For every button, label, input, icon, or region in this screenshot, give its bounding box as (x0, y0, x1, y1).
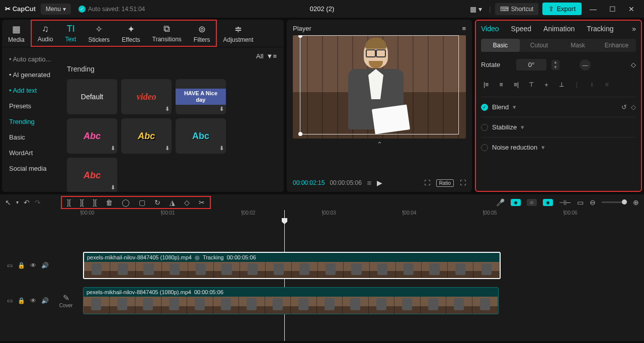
frame-icon[interactable]: ▢ (139, 198, 145, 207)
magnet-toggle-2[interactable]: ⊘ (527, 199, 537, 206)
align-bottom-icon[interactable]: ⊥ (556, 80, 567, 90)
link-icon[interactable]: ⊣⊢ (559, 198, 571, 207)
download-icon[interactable]: ⬇ (111, 145, 115, 152)
magnet-toggle-1[interactable]: ◉ (511, 199, 521, 206)
timeline[interactable]: |00:00|00:01|00:02|00:03|00:04|00:05|00:… (0, 210, 644, 341)
chevron-down-icon[interactable]: ▾ (541, 144, 545, 151)
magnet-toggle-3[interactable]: ◉ (543, 199, 553, 206)
sidebar-item-4[interactable]: Trending (2, 114, 60, 129)
align-vcenter-icon[interactable]: ＋ (541, 80, 551, 90)
fullscreen-icon[interactable]: ⛶ (460, 179, 466, 186)
text-preset-5[interactable]: Abc⬇ (176, 118, 226, 154)
text-preset-3[interactable]: Abc⬇ (67, 118, 117, 154)
sidebar-item-1[interactable]: • AI generated (2, 67, 60, 83)
download-icon[interactable]: ⬇ (219, 106, 224, 112)
cover-button[interactable]: ✎Cover (57, 293, 75, 308)
close-button[interactable]: ✕ (624, 2, 639, 17)
align-left-icon[interactable]: |≡ (481, 80, 491, 90)
distribute-h-icon[interactable]: ⦀ (587, 80, 597, 90)
more-tabs-icon[interactable]: » (632, 25, 636, 33)
keyframe-diamond-icon[interactable]: ◇ (631, 103, 636, 111)
split-right-icon[interactable]: ]​[ (93, 198, 97, 207)
download-icon[interactable]: ⬇ (219, 145, 224, 152)
keyframe-diamond-icon[interactable]: ◇ (631, 61, 636, 68)
tab-filters[interactable]: ⊚Filters (188, 21, 216, 46)
sidebar-item-3[interactable]: Presets (2, 98, 60, 114)
tab-animation[interactable]: Animation (543, 25, 575, 33)
subtab-cutout[interactable]: Cutout (520, 39, 558, 52)
clip-1[interactable]: pexels-mikhail-nilov-8847405 (1080p).mp4… (83, 252, 501, 279)
clip-2[interactable]: pexels-mikhail-nilov-8847405 (1080p).mp4… (83, 287, 499, 314)
player-menu-icon[interactable]: ≡ (462, 25, 466, 32)
ratio-button[interactable]: Ratio (436, 179, 454, 187)
collapse-icon[interactable]: ⌃ (293, 141, 466, 148)
rotate-tool-icon[interactable]: ◇ (184, 198, 190, 207)
distribute-v-icon[interactable]: ≡ (602, 80, 612, 90)
tab-speed[interactable]: Speed (511, 25, 531, 33)
pointer-tool-icon[interactable]: ↖ (5, 198, 11, 207)
maximize-button[interactable]: ☐ (605, 2, 620, 17)
lock-icon[interactable]: 🔒 (18, 262, 25, 269)
reset-icon[interactable]: ↺ (621, 103, 627, 111)
redo-icon[interactable]: ↷ (35, 198, 41, 207)
download-icon[interactable]: ⬇ (111, 184, 115, 191)
tab-text[interactable]: TIText (59, 21, 82, 46)
filter-all[interactable]: All (256, 52, 263, 60)
subtab-mask[interactable]: Mask (558, 39, 597, 52)
rotate-input[interactable] (516, 59, 546, 71)
ruler[interactable]: |00:00|00:01|00:02|00:03|00:04|00:05|00:… (80, 210, 644, 220)
zoom-slider[interactable] (602, 201, 627, 203)
text-preset-0[interactable]: Default (67, 79, 117, 114)
lock-icon[interactable]: 🔒 (18, 297, 25, 304)
eye-icon[interactable]: 👁 (30, 297, 36, 304)
mic-icon[interactable]: 🎤 (496, 198, 505, 207)
tab-stickers[interactable]: ✧Stickers (82, 21, 116, 46)
filter-icon[interactable]: ▼≡ (267, 52, 277, 60)
align-hcenter-icon[interactable]: ≡ (496, 80, 506, 90)
delete-icon[interactable]: 🗑 (106, 198, 113, 207)
list-icon[interactable]: ≣ (367, 179, 372, 186)
rotate-reset-icon[interactable]: — (580, 59, 591, 71)
zoom-in-icon[interactable]: ⊕ (633, 198, 639, 207)
preview-icon[interactable]: ▭ (577, 198, 584, 207)
split-icon[interactable]: ]​[ (67, 198, 71, 207)
tab-audio[interactable]: ♫Audio (32, 21, 59, 46)
subtab-basic[interactable]: Basic (481, 39, 520, 52)
zoom-out-icon[interactable]: ⊖ (590, 198, 596, 207)
tab-video[interactable]: Video (481, 25, 499, 33)
text-preset-2[interactable]: HAVE A Nice day⬇ (176, 79, 226, 114)
menu-button[interactable]: Menu ▾ (41, 4, 71, 15)
tool-dropdown-icon[interactable]: ▾ (16, 199, 19, 205)
export-button[interactable]: ⇧Export (542, 3, 582, 15)
shield-icon[interactable]: ◯ (122, 198, 130, 207)
text-preset-1[interactable]: video⬇ (121, 79, 172, 114)
speaker-icon[interactable]: 🔊 (41, 262, 49, 269)
tab-adjustment[interactable]: ≑Adjustment (217, 20, 259, 47)
crop-icon[interactable]: ✂ (199, 198, 205, 207)
eye-icon[interactable]: 👁 (30, 262, 36, 269)
subtab-enhance[interactable]: Enhance (597, 39, 636, 52)
tab-effects[interactable]: ✦Effects (116, 21, 146, 46)
download-icon[interactable]: ⬇ (165, 106, 170, 112)
scan-icon[interactable]: ⛶ (424, 179, 430, 186)
play-button[interactable]: ▶ (377, 179, 382, 187)
text-preset-4[interactable]: Abc⬇ (121, 118, 172, 154)
chevron-down-icon[interactable]: ▾ (513, 103, 516, 111)
selection-box[interactable] (300, 35, 459, 134)
sidebar-item-7[interactable]: Social media (2, 161, 60, 176)
noise-checkbox[interactable] (481, 144, 488, 151)
undo-icon[interactable]: ↶ (24, 198, 30, 207)
sidebar-item-5[interactable]: Basic (2, 129, 60, 145)
sidebar-item-6[interactable]: WordArt (2, 145, 60, 161)
align-right-icon[interactable]: ≡| (511, 80, 521, 90)
track-collapse-icon[interactable]: ▭ (7, 297, 13, 304)
chevron-down-icon[interactable]: ▾ (521, 123, 524, 131)
blend-checkbox[interactable]: ✓ (481, 104, 488, 111)
split-left-icon[interactable]: ]​[ (80, 198, 84, 207)
shortcut-button[interactable]: ⌨Shortcut (495, 3, 539, 15)
text-preset-6[interactable]: Abc⬇ (67, 158, 117, 192)
align-top-icon[interactable]: ⊤ (526, 80, 536, 90)
reverse-icon[interactable]: ↻ (154, 198, 160, 207)
download-icon[interactable]: ⬇ (165, 145, 170, 152)
minimize-button[interactable]: — (586, 2, 601, 17)
